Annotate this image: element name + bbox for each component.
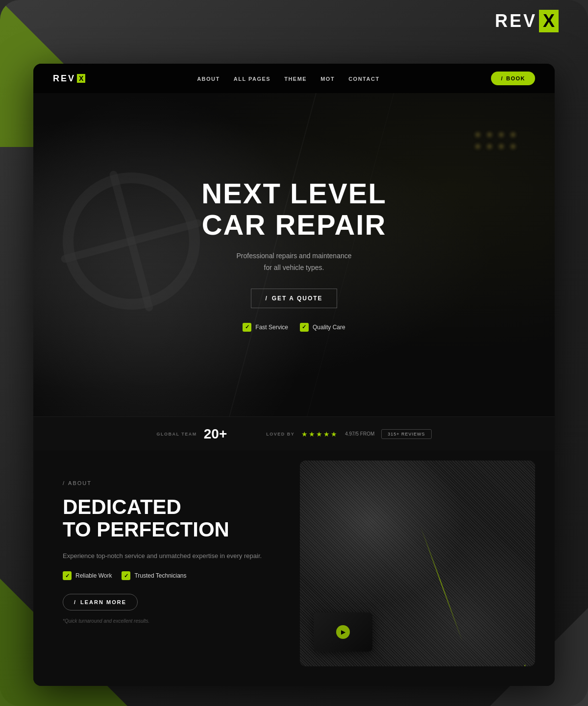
outer-brand-x: X xyxy=(539,10,559,32)
hero-title-line2: CAR REPAIR xyxy=(202,209,387,241)
about-badge-reliable: ✓ Reliable Work xyxy=(63,571,112,580)
nav-item-theme[interactable]: THEME xyxy=(284,74,307,83)
check-icon-trusted: ✓ xyxy=(122,571,130,580)
trusted-technicians-label: Trusted Technicians xyxy=(134,572,186,579)
video-thumb-background: ▶ xyxy=(314,612,372,652)
get-quote-button[interactable]: / GET A QUOTE xyxy=(251,289,337,308)
stars: ★★★★★ xyxy=(301,430,338,438)
quality-care-label: Quality Care xyxy=(313,324,345,331)
book-icon: / xyxy=(501,75,503,81)
about-title-line2: TO PERFECTION xyxy=(63,518,229,541)
team-label: GLOBAL TEAM xyxy=(156,432,196,437)
about-title: DEDICATED TO PERFECTION xyxy=(63,496,284,541)
about-badges: ✓ Reliable Work ✓ Trusted Technicians xyxy=(63,571,284,580)
hero-content: NEXT LEVEL CAR REPAIR Professional repai… xyxy=(201,178,387,331)
bokeh-dot xyxy=(511,144,515,149)
hero-badge-fast-service: ✓ Fast Service xyxy=(243,323,288,332)
nav-logo-x: X xyxy=(77,74,85,83)
stat-team: GLOBAL TEAM 20+ xyxy=(156,426,227,442)
hero-badge-quality-care: ✓ Quality Care xyxy=(300,323,345,332)
browser-window: REV X ABOUT ALL PAGES THEME MOT CONTACT … xyxy=(33,64,555,686)
check-icon-reliable: ✓ xyxy=(63,571,72,580)
nav-item-mot[interactable]: MOT xyxy=(320,74,335,83)
navbar: REV X ABOUT ALL PAGES THEME MOT CONTACT … xyxy=(33,64,555,93)
hero-subtitle: Professional repairs and maintenance for… xyxy=(201,250,387,274)
bokeh-dot xyxy=(499,144,504,149)
nav-links: ABOUT ALL PAGES THEME MOT CONTACT xyxy=(197,74,379,83)
loved-label: LOVED BY xyxy=(266,432,294,437)
stats-bar: GLOBAL TEAM 20+ LOVED BY ★★★★★ 4.97/5 FR… xyxy=(33,416,555,451)
video-thumbnail[interactable]: ▶ xyxy=(314,612,372,652)
hero-badges: ✓ Fast Service ✓ Quality Care xyxy=(201,323,387,332)
book-label: BOOK xyxy=(506,75,525,81)
learn-label: LEARN MORE xyxy=(80,599,126,605)
about-description: Experience top-notch service and unmatch… xyxy=(63,551,284,561)
about-title-line1: DEDICATED xyxy=(63,495,181,518)
reliable-work-label: Reliable Work xyxy=(75,572,112,579)
cta-icon: / xyxy=(265,295,268,302)
about-section: / ABOUT DEDICATED TO PERFECTION Experien… xyxy=(33,451,555,686)
bokeh-dot xyxy=(499,132,504,137)
team-value: 20+ xyxy=(204,426,227,442)
about-badge-trusted: ✓ Trusted Technicians xyxy=(122,571,186,580)
bokeh-dot xyxy=(475,132,480,137)
about-left: / ABOUT DEDICATED TO PERFECTION Experien… xyxy=(63,480,304,666)
fast-service-label: Fast Service xyxy=(255,324,288,331)
book-button[interactable]: / BOOK xyxy=(491,72,535,85)
hero-title: NEXT LEVEL CAR REPAIR xyxy=(201,178,387,241)
play-button-icon[interactable]: ▶ xyxy=(336,625,350,639)
nav-logo[interactable]: REV X xyxy=(53,73,85,84)
tag-label: ABOUT xyxy=(68,480,92,486)
stat-loved-by: LOVED BY ★★★★★ 4.97/5 FROM 315+ REVIEWS xyxy=(266,429,431,439)
check-icon-fast: ✓ xyxy=(243,323,251,332)
steering-wheel-visual xyxy=(48,157,216,325)
about-deco-line xyxy=(496,568,525,666)
section-tag: / ABOUT xyxy=(63,480,284,486)
hero-section: NEXT LEVEL CAR REPAIR Professional repai… xyxy=(33,93,555,416)
cta-label: GET A QUOTE xyxy=(272,295,323,302)
hero-title-line1: NEXT LEVEL xyxy=(201,177,387,209)
bokeh-dot xyxy=(487,132,492,137)
learn-icon: / xyxy=(74,599,76,605)
check-icon-quality: ✓ xyxy=(300,323,309,332)
nav-item-contact[interactable]: CONTACT xyxy=(348,74,379,83)
bokeh-dot xyxy=(487,144,492,149)
about-footnote: *Quick turnaround and excellent results. xyxy=(63,618,284,624)
bokeh-dot xyxy=(475,144,480,149)
bokeh-dots xyxy=(475,132,515,149)
tablet-frame: REV X REV X ABOUT ALL PAGES THEME MOT CO… xyxy=(0,0,588,706)
nav-logo-text: REV xyxy=(53,73,75,84)
reviews-button[interactable]: 315+ REVIEWS xyxy=(381,429,431,439)
rating: 4.97/5 FROM xyxy=(345,431,374,437)
bokeh-dot xyxy=(511,132,515,137)
outer-brand-text: REV xyxy=(495,11,537,31)
outer-brand-header: REV X xyxy=(495,10,559,32)
nav-item-all-pages[interactable]: ALL PAGES xyxy=(234,74,270,83)
about-right: ▶ xyxy=(304,480,525,666)
learn-more-button[interactable]: / LEARN MORE xyxy=(63,594,138,610)
nav-item-about[interactable]: ABOUT xyxy=(197,74,220,83)
tag-icon: / xyxy=(63,480,65,486)
